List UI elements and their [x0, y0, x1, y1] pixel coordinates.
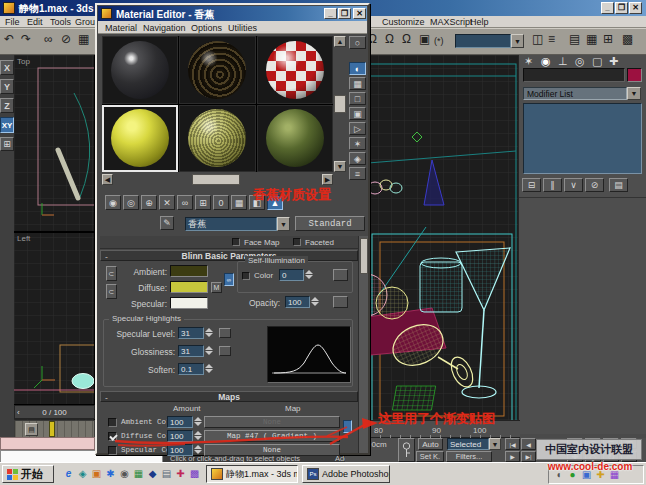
unlink-selection-icon[interactable]: ⊘: [61, 35, 71, 44]
ambient-map-checkbox[interactable]: [108, 418, 117, 427]
start-button[interactable]: 开始: [2, 465, 54, 483]
mini-curve-editor-icon[interactable]: ▤: [25, 423, 38, 436]
auto-key-button[interactable]: Auto: [418, 438, 443, 450]
material-slot-olive[interactable]: [179, 105, 255, 173]
axis-y-button[interactable]: Y: [0, 79, 14, 94]
blinn-rollout-header[interactable]: - Blinn Basic Parameters: [100, 250, 358, 261]
ambient-color-swatch[interactable]: [170, 265, 208, 277]
self-illum-value-field[interactable]: 0: [279, 269, 304, 281]
remove-modifier-icon[interactable]: ⊘: [585, 178, 604, 192]
selected-filter-dropdown[interactable]: Selected: [447, 438, 489, 450]
face-map-checkbox[interactable]: [232, 238, 240, 246]
show-map-in-viewport-icon[interactable]: ▦: [231, 195, 247, 210]
faceted-checkbox[interactable]: [293, 238, 301, 246]
specular-amount-field[interactable]: 100: [167, 444, 193, 456]
percent-snap-icon[interactable]: Ω: [402, 35, 411, 44]
menu-file[interactable]: File: [0, 16, 25, 28]
opacity-spinner[interactable]: [311, 296, 319, 308]
menu-edit[interactable]: Edit: [22, 16, 48, 28]
self-illum-color-checkbox[interactable]: [242, 272, 250, 280]
quicklaunch-notes-icon[interactable]: ▤: [160, 467, 173, 481]
me-menu-material[interactable]: Material: [100, 22, 142, 34]
tab-create-icon[interactable]: ✶: [524, 57, 533, 66]
prev-frame-icon[interactable]: ◀: [521, 438, 536, 450]
material-type-button[interactable]: Standard: [295, 216, 365, 231]
layer-manager-icon[interactable]: ▤: [569, 35, 580, 44]
me-menu-options[interactable]: Options: [186, 22, 227, 34]
select-by-material-icon[interactable]: ◈: [349, 152, 366, 165]
soften-spinner[interactable]: [205, 363, 213, 375]
make-unique-icon[interactable]: ∨: [564, 178, 583, 192]
quicklaunch-camera-icon[interactable]: ◉: [118, 467, 131, 481]
mirror-icon[interactable]: ◫: [532, 35, 543, 44]
get-material-icon[interactable]: ◉: [105, 195, 121, 210]
specular-map-checkbox[interactable]: [108, 446, 117, 455]
slots-hscroll-thumb[interactable]: [192, 174, 240, 185]
curve-editor-icon[interactable]: ▦: [586, 35, 597, 44]
slots-scroll-up-icon[interactable]: ▲: [334, 36, 346, 47]
material-slot-checker[interactable]: [257, 36, 333, 104]
selected-filter-arrow-icon[interactable]: ▼: [489, 438, 501, 450]
opacity-map-button[interactable]: [333, 296, 348, 308]
taskbar-task-3dsmax[interactable]: 静物1.max - 3ds m...: [206, 465, 298, 483]
angle-snap-icon[interactable]: Ω: [385, 35, 394, 44]
quicklaunch-images-icon[interactable]: ▦: [132, 467, 145, 481]
spinner-snap-icon[interactable]: ▣: [419, 35, 430, 44]
align-icon[interactable]: ≡: [548, 35, 555, 44]
diffuse-map-checkbox[interactable]: [108, 432, 117, 441]
me-minimize-icon[interactable]: _: [324, 8, 337, 19]
tab-hierarchy-icon[interactable]: ⊥: [558, 57, 568, 66]
quicklaunch-word-icon[interactable]: ◆: [146, 467, 159, 481]
glossiness-field[interactable]: 31: [178, 345, 204, 357]
frame-back-icon[interactable]: ‹: [17, 406, 20, 419]
me-menu-utilities[interactable]: Utilities: [223, 22, 262, 34]
viewport-top-label[interactable]: Top: [17, 57, 30, 66]
viewport-left-label[interactable]: Left: [17, 234, 30, 243]
undo-icon[interactable]: ↶: [4, 35, 14, 44]
go-to-start-icon[interactable]: |◀: [505, 438, 520, 450]
self-illum-map-button[interactable]: [333, 269, 348, 281]
tab-display-icon[interactable]: ▢: [592, 57, 602, 66]
quicklaunch-qq-icon[interactable]: ✚: [174, 467, 187, 481]
quicklaunch-mail-icon[interactable]: ◈: [76, 467, 89, 481]
make-copy-icon[interactable]: ∞: [177, 195, 193, 210]
set-key-button[interactable]: Set K.: [416, 451, 444, 462]
assign-material-icon[interactable]: ⊕: [141, 195, 157, 210]
diffuse-amount-spinner[interactable]: [194, 430, 202, 442]
diffuse-map-shortcut-button[interactable]: M: [211, 282, 222, 293]
lock-ambient-diffuse-icon[interactable]: ⊂: [106, 266, 117, 281]
glossiness-map-button[interactable]: [219, 346, 231, 356]
menu-help[interactable]: Help: [465, 16, 494, 28]
redo-icon[interactable]: ↷: [21, 35, 31, 44]
ambient-map-button[interactable]: None: [204, 416, 340, 428]
snap-mini-icon[interactable]: ⊞: [0, 137, 14, 151]
slots-scroll-down-icon[interactable]: ▼: [334, 161, 346, 172]
ambient-amount-field[interactable]: 100: [167, 416, 193, 428]
named-selection-dropdown-icon[interactable]: ▼: [511, 34, 524, 48]
me-menu-navigation[interactable]: Navigation: [138, 22, 191, 34]
axis-x-button[interactable]: X: [0, 60, 14, 75]
close-icon[interactable]: ✕: [629, 2, 642, 14]
time-slider-handle[interactable]: [49, 421, 55, 437]
show-end-result-stack-icon[interactable]: ∥: [543, 178, 562, 192]
taskbar-task-photoshop[interactable]: Ps Adobe Photoshop: [302, 465, 390, 483]
configure-modifier-sets-icon[interactable]: ▤: [609, 178, 628, 192]
play-icon[interactable]: ▶: [505, 451, 520, 462]
reset-map-icon[interactable]: ✕: [159, 195, 175, 210]
specular-level-map-button[interactable]: [219, 328, 231, 338]
glossiness-spinner[interactable]: [205, 345, 213, 357]
sample-uv-tiling-icon[interactable]: □: [349, 92, 366, 105]
time-slider-track[interactable]: ▤: [14, 420, 95, 438]
pick-material-eyedropper-icon[interactable]: ✎: [160, 216, 174, 230]
material-slot-banana-active[interactable]: [102, 105, 178, 173]
axis-z-button[interactable]: Z: [0, 98, 14, 113]
axis-xy-button[interactable]: XY: [0, 117, 14, 133]
tab-utilities-icon[interactable]: ✚: [609, 57, 618, 66]
schematic-view-icon[interactable]: ⊞: [603, 35, 613, 44]
modifier-stack-list[interactable]: [523, 103, 642, 174]
object-color-swatch[interactable]: [627, 68, 642, 82]
specular-color-swatch[interactable]: [170, 297, 208, 309]
select-and-link-icon[interactable]: ∞: [44, 35, 53, 44]
specular-level-field[interactable]: 31: [178, 327, 204, 339]
bind-to-spacewarp-icon[interactable]: ▦: [78, 35, 89, 44]
